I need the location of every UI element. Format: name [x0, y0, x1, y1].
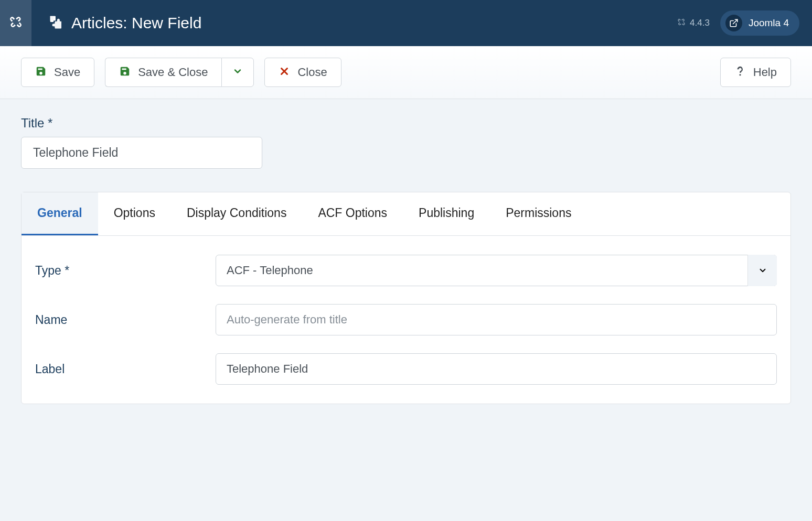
toolbar: Save Save & Close Close Help [0, 46, 812, 99]
version-text: 4.4.3 [690, 18, 710, 28]
form-body: Type * ACF - Telephone Name Label [22, 236, 790, 404]
site-name: Joomla 4 [749, 17, 789, 29]
title-label: Title * [21, 116, 791, 131]
help-button[interactable]: Help [720, 58, 791, 87]
label-label: Label [35, 362, 203, 376]
header-right: 4.4.3 Joomla 4 [676, 10, 799, 36]
row-type: Type * ACF - Telephone [35, 255, 777, 286]
joomla-small-icon [676, 17, 687, 30]
tabs-card: General Options Display Conditions ACF O… [21, 192, 791, 404]
close-button[interactable]: Close [264, 58, 341, 87]
tab-general[interactable]: General [22, 192, 98, 235]
tab-label: Options [114, 206, 155, 220]
save-close-button[interactable]: Save & Close [105, 58, 221, 87]
question-icon [734, 66, 746, 79]
version-badge[interactable]: 4.4.3 [676, 17, 710, 30]
joomla-icon [7, 14, 24, 32]
name-input[interactable] [216, 304, 777, 335]
joomla-logo[interactable] [0, 0, 31, 46]
row-label: Label [35, 353, 777, 385]
save-icon [119, 66, 131, 79]
page-title-group: Articles: New Field [48, 14, 676, 32]
tab-label: Permissions [506, 206, 571, 220]
label-input[interactable] [216, 353, 777, 385]
help-label: Help [753, 67, 777, 78]
row-name: Name [35, 304, 777, 335]
close-icon [279, 66, 290, 79]
tab-label: ACF Options [318, 206, 387, 220]
tab-label: Display Conditions [187, 206, 286, 220]
page-title: Articles: New Field [71, 14, 201, 32]
tab-options[interactable]: Options [98, 192, 171, 235]
save-label: Save [54, 67, 80, 78]
site-link-chip[interactable]: Joomla 4 [720, 10, 799, 36]
puzzle-piece-icon [48, 14, 64, 32]
save-close-group: Save & Close [105, 58, 254, 87]
tabs: General Options Display Conditions ACF O… [22, 192, 790, 236]
close-label: Close [297, 67, 327, 78]
save-close-dropdown[interactable] [221, 58, 254, 87]
save-button[interactable]: Save [21, 58, 94, 87]
name-label: Name [35, 313, 203, 327]
title-input[interactable] [21, 137, 262, 169]
chevron-down-icon [232, 66, 243, 79]
tab-label: General [37, 206, 82, 220]
external-link-icon [725, 15, 742, 31]
save-close-label: Save & Close [138, 67, 208, 78]
save-icon [35, 66, 47, 79]
tab-publishing[interactable]: Publishing [403, 192, 490, 235]
tab-label: Publishing [419, 206, 474, 220]
type-select[interactable]: ACF - Telephone [216, 255, 777, 286]
tab-permissions[interactable]: Permissions [490, 192, 587, 235]
content: Title * General Options Display Conditio… [0, 99, 812, 421]
tab-acf-options[interactable]: ACF Options [302, 192, 403, 235]
type-label: Type * [35, 264, 203, 278]
admin-header: Articles: New Field 4.4.3 Joomla 4 [0, 0, 812, 46]
tab-display-conditions[interactable]: Display Conditions [171, 192, 302, 235]
svg-line-0 [733, 19, 737, 24]
type-value: ACF - Telephone [227, 264, 313, 277]
